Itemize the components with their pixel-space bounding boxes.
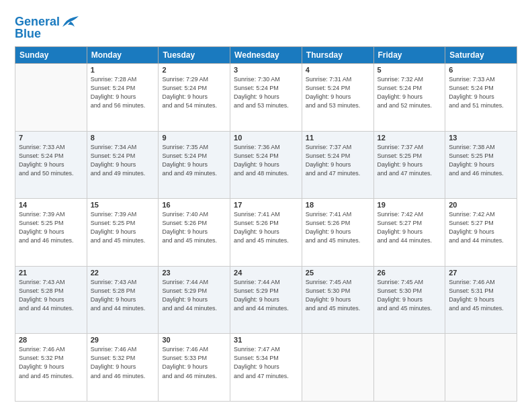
day-cell: 22Sunrise: 7:43 AMSunset: 5:28 PMDayligh… bbox=[87, 266, 159, 334]
day-number: 3 bbox=[234, 66, 298, 74]
day-number: 24 bbox=[234, 269, 298, 277]
day-info: Sunrise: 7:35 AMSunset: 5:24 PMDaylight:… bbox=[162, 143, 226, 178]
day-info: Sunrise: 7:32 AMSunset: 5:24 PMDaylight:… bbox=[378, 75, 442, 110]
day-header-monday: Monday bbox=[87, 47, 159, 64]
day-number: 30 bbox=[162, 336, 226, 344]
day-number: 23 bbox=[162, 269, 226, 277]
day-cell: 26Sunrise: 7:45 AMSunset: 5:30 PMDayligh… bbox=[373, 266, 445, 334]
day-cell: 16Sunrise: 7:40 AMSunset: 5:26 PMDayligh… bbox=[159, 199, 230, 267]
day-cell: 18Sunrise: 7:41 AMSunset: 5:26 PMDayligh… bbox=[302, 199, 373, 267]
day-cell: 29Sunrise: 7:46 AMSunset: 5:32 PMDayligh… bbox=[87, 334, 159, 402]
week-row-1: 1Sunrise: 7:28 AMSunset: 5:24 PMDaylight… bbox=[15, 64, 517, 132]
day-info: Sunrise: 7:47 AMSunset: 5:34 PMDaylight:… bbox=[234, 345, 298, 380]
day-cell: 3Sunrise: 7:30 AMSunset: 5:24 PMDaylight… bbox=[230, 64, 302, 132]
day-info: Sunrise: 7:42 AMSunset: 5:27 PMDaylight:… bbox=[449, 210, 513, 245]
day-cell: 2Sunrise: 7:29 AMSunset: 5:24 PMDaylight… bbox=[159, 64, 230, 132]
day-number: 14 bbox=[19, 201, 83, 209]
days-header-row: SundayMondayTuesdayWednesdayThursdayFrid… bbox=[15, 47, 517, 64]
day-cell: 23Sunrise: 7:44 AMSunset: 5:29 PMDayligh… bbox=[159, 266, 230, 334]
day-number: 10 bbox=[234, 134, 298, 142]
day-header-sunday: Sunday bbox=[15, 47, 87, 64]
day-info: Sunrise: 7:46 AMSunset: 5:32 PMDaylight:… bbox=[91, 345, 155, 380]
day-info: Sunrise: 7:41 AMSunset: 5:26 PMDaylight:… bbox=[234, 210, 298, 245]
day-info: Sunrise: 7:34 AMSunset: 5:24 PMDaylight:… bbox=[91, 143, 155, 178]
day-number: 1 bbox=[91, 66, 155, 74]
day-cell: 28Sunrise: 7:46 AMSunset: 5:32 PMDayligh… bbox=[15, 334, 87, 402]
day-cell: 24Sunrise: 7:44 AMSunset: 5:29 PMDayligh… bbox=[230, 266, 302, 334]
day-info: Sunrise: 7:43 AMSunset: 5:28 PMDaylight:… bbox=[19, 278, 83, 313]
day-number: 17 bbox=[234, 201, 298, 209]
day-cell: 8Sunrise: 7:34 AMSunset: 5:24 PMDaylight… bbox=[87, 131, 159, 199]
day-cell: 20Sunrise: 7:42 AMSunset: 5:27 PMDayligh… bbox=[445, 199, 517, 267]
day-cell: 7Sunrise: 7:33 AMSunset: 5:24 PMDaylight… bbox=[15, 131, 87, 199]
day-number: 31 bbox=[234, 336, 298, 344]
day-number: 2 bbox=[162, 66, 226, 74]
day-info: Sunrise: 7:41 AMSunset: 5:26 PMDaylight:… bbox=[306, 210, 370, 245]
day-number: 25 bbox=[306, 269, 370, 277]
day-info: Sunrise: 7:46 AMSunset: 5:33 PMDaylight:… bbox=[162, 345, 226, 380]
day-info: Sunrise: 7:46 AMSunset: 5:32 PMDaylight:… bbox=[19, 345, 83, 380]
week-row-3: 14Sunrise: 7:39 AMSunset: 5:25 PMDayligh… bbox=[15, 199, 517, 267]
day-cell bbox=[373, 334, 445, 402]
day-number: 26 bbox=[378, 269, 442, 277]
day-number: 22 bbox=[91, 269, 155, 277]
day-cell: 12Sunrise: 7:37 AMSunset: 5:25 PMDayligh… bbox=[373, 131, 445, 199]
week-row-5: 28Sunrise: 7:46 AMSunset: 5:32 PMDayligh… bbox=[15, 334, 517, 402]
day-info: Sunrise: 7:40 AMSunset: 5:26 PMDaylight:… bbox=[162, 210, 226, 245]
page: General Blue SundayMondayTuesdayWednesda… bbox=[0, 0, 532, 411]
day-info: Sunrise: 7:33 AMSunset: 5:24 PMDaylight:… bbox=[19, 143, 83, 178]
day-number: 16 bbox=[162, 201, 226, 209]
week-row-2: 7Sunrise: 7:33 AMSunset: 5:24 PMDaylight… bbox=[15, 131, 517, 199]
day-info: Sunrise: 7:37 AMSunset: 5:25 PMDaylight:… bbox=[378, 143, 442, 178]
day-header-saturday: Saturday bbox=[445, 47, 517, 64]
logo: General Blue bbox=[15, 15, 80, 41]
day-number: 12 bbox=[378, 134, 442, 142]
day-cell: 31Sunrise: 7:47 AMSunset: 5:34 PMDayligh… bbox=[230, 334, 302, 402]
day-number: 9 bbox=[162, 134, 226, 142]
day-number: 13 bbox=[449, 134, 513, 142]
day-cell bbox=[445, 334, 517, 402]
day-number: 7 bbox=[19, 134, 83, 142]
day-info: Sunrise: 7:31 AMSunset: 5:24 PMDaylight:… bbox=[306, 75, 370, 110]
day-info: Sunrise: 7:37 AMSunset: 5:24 PMDaylight:… bbox=[306, 143, 370, 178]
day-info: Sunrise: 7:29 AMSunset: 5:24 PMDaylight:… bbox=[162, 75, 226, 110]
day-info: Sunrise: 7:45 AMSunset: 5:30 PMDaylight:… bbox=[306, 278, 370, 313]
day-header-thursday: Thursday bbox=[302, 47, 373, 64]
header: General Blue bbox=[15, 12, 517, 41]
day-cell bbox=[15, 64, 87, 132]
day-number: 29 bbox=[91, 336, 155, 344]
day-header-wednesday: Wednesday bbox=[230, 47, 302, 64]
day-header-friday: Friday bbox=[373, 47, 445, 64]
day-info: Sunrise: 7:33 AMSunset: 5:24 PMDaylight:… bbox=[449, 75, 513, 110]
calendar-body: 1Sunrise: 7:28 AMSunset: 5:24 PMDaylight… bbox=[15, 64, 517, 402]
logo-bird-icon bbox=[61, 15, 80, 30]
day-info: Sunrise: 7:43 AMSunset: 5:28 PMDaylight:… bbox=[91, 278, 155, 313]
day-info: Sunrise: 7:38 AMSunset: 5:25 PMDaylight:… bbox=[449, 143, 513, 178]
day-info: Sunrise: 7:46 AMSunset: 5:31 PMDaylight:… bbox=[449, 278, 513, 313]
day-number: 6 bbox=[449, 66, 513, 74]
day-cell: 25Sunrise: 7:45 AMSunset: 5:30 PMDayligh… bbox=[302, 266, 373, 334]
day-cell: 17Sunrise: 7:41 AMSunset: 5:26 PMDayligh… bbox=[230, 199, 302, 267]
day-cell: 19Sunrise: 7:42 AMSunset: 5:27 PMDayligh… bbox=[373, 199, 445, 267]
day-number: 4 bbox=[306, 66, 370, 74]
day-cell: 13Sunrise: 7:38 AMSunset: 5:25 PMDayligh… bbox=[445, 131, 517, 199]
day-cell: 21Sunrise: 7:43 AMSunset: 5:28 PMDayligh… bbox=[15, 266, 87, 334]
day-info: Sunrise: 7:36 AMSunset: 5:24 PMDaylight:… bbox=[234, 143, 298, 178]
day-info: Sunrise: 7:28 AMSunset: 5:24 PMDaylight:… bbox=[91, 75, 155, 110]
day-number: 15 bbox=[91, 201, 155, 209]
day-info: Sunrise: 7:39 AMSunset: 5:25 PMDaylight:… bbox=[91, 210, 155, 245]
day-cell bbox=[302, 334, 373, 402]
day-number: 21 bbox=[19, 269, 83, 277]
day-number: 19 bbox=[378, 201, 442, 209]
day-info: Sunrise: 7:39 AMSunset: 5:25 PMDaylight:… bbox=[19, 210, 83, 245]
day-cell: 27Sunrise: 7:46 AMSunset: 5:31 PMDayligh… bbox=[445, 266, 517, 334]
day-info: Sunrise: 7:44 AMSunset: 5:29 PMDaylight:… bbox=[162, 278, 226, 313]
day-cell: 30Sunrise: 7:46 AMSunset: 5:33 PMDayligh… bbox=[159, 334, 230, 402]
day-cell: 11Sunrise: 7:37 AMSunset: 5:24 PMDayligh… bbox=[302, 131, 373, 199]
day-number: 8 bbox=[91, 134, 155, 142]
day-number: 11 bbox=[306, 134, 370, 142]
day-number: 27 bbox=[449, 269, 513, 277]
day-cell: 10Sunrise: 7:36 AMSunset: 5:24 PMDayligh… bbox=[230, 131, 302, 199]
week-row-4: 21Sunrise: 7:43 AMSunset: 5:28 PMDayligh… bbox=[15, 266, 517, 334]
day-info: Sunrise: 7:42 AMSunset: 5:27 PMDaylight:… bbox=[378, 210, 442, 245]
